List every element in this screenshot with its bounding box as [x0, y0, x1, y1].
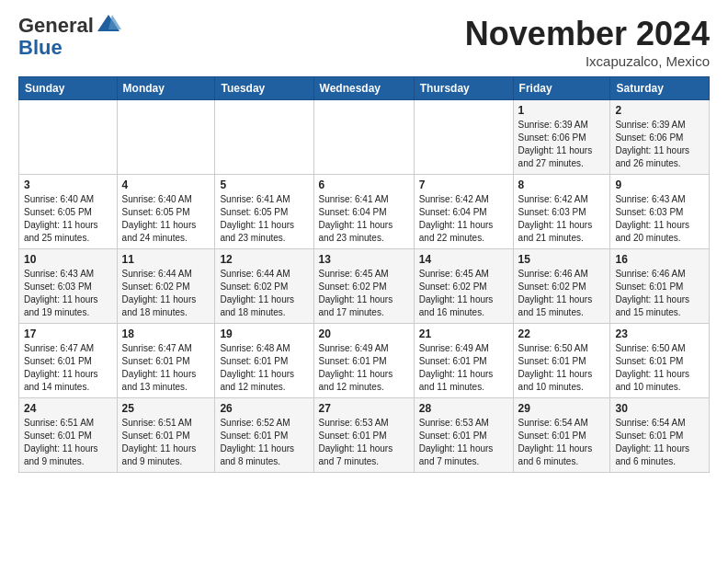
weekday-header-sunday: Sunday: [19, 77, 118, 100]
day-info: Sunrise: 6:44 AMSunset: 6:02 PMDaylight:…: [220, 268, 308, 319]
calendar-cell: 24Sunrise: 6:51 AMSunset: 6:01 PMDayligh…: [19, 398, 118, 473]
day-number: 28: [419, 402, 508, 415]
calendar-cell: 27Sunrise: 6:53 AMSunset: 6:01 PMDayligh…: [313, 398, 414, 473]
day-info: Sunrise: 6:53 AMSunset: 6:01 PMDaylight:…: [319, 417, 409, 468]
day-info: Sunrise: 6:46 AMSunset: 6:02 PMDaylight:…: [518, 268, 606, 319]
calendar-cell: 11Sunrise: 6:44 AMSunset: 6:02 PMDayligh…: [117, 249, 215, 324]
day-number: 30: [615, 402, 704, 415]
month-title: November 2024: [465, 15, 710, 53]
calendar-week-4: 17Sunrise: 6:47 AMSunset: 6:01 PMDayligh…: [19, 324, 710, 398]
day-number: 20: [319, 327, 409, 340]
calendar-cell: 13Sunrise: 6:45 AMSunset: 6:02 PMDayligh…: [313, 249, 414, 324]
day-number: 16: [615, 253, 704, 266]
calendar-cell: 6Sunrise: 6:41 AMSunset: 6:04 PMDaylight…: [313, 175, 414, 249]
header: General Blue November 2024 Ixcapuzalco, …: [18, 15, 710, 69]
day-info: Sunrise: 6:41 AMSunset: 6:04 PMDaylight:…: [319, 193, 409, 245]
day-number: 13: [319, 253, 409, 266]
day-info: Sunrise: 6:45 AMSunset: 6:02 PMDaylight:…: [419, 268, 508, 319]
calendar-cell: 29Sunrise: 6:54 AMSunset: 6:01 PMDayligh…: [513, 398, 610, 473]
day-info: Sunrise: 6:43 AMSunset: 6:03 PMDaylight:…: [615, 193, 704, 245]
day-number: 1: [518, 104, 606, 117]
weekday-header-tuesday: Tuesday: [215, 77, 313, 100]
day-number: 22: [518, 327, 606, 340]
calendar-cell: 2Sunrise: 6:39 AMSunset: 6:06 PMDaylight…: [610, 100, 710, 175]
day-info: Sunrise: 6:45 AMSunset: 6:02 PMDaylight:…: [319, 268, 409, 319]
day-info: Sunrise: 6:49 AMSunset: 6:01 PMDaylight:…: [419, 342, 508, 394]
day-info: Sunrise: 6:40 AMSunset: 6:05 PMDaylight:…: [24, 193, 112, 245]
calendar-cell: 4Sunrise: 6:40 AMSunset: 6:05 PMDaylight…: [117, 175, 215, 249]
calendar-cell: 19Sunrise: 6:48 AMSunset: 6:01 PMDayligh…: [215, 324, 313, 398]
calendar-cell: [215, 100, 313, 175]
day-number: 17: [24, 327, 112, 340]
day-info: Sunrise: 6:44 AMSunset: 6:02 PMDaylight:…: [122, 268, 210, 319]
day-info: Sunrise: 6:54 AMSunset: 6:01 PMDaylight:…: [615, 417, 704, 468]
calendar-cell: 25Sunrise: 6:51 AMSunset: 6:01 PMDayligh…: [117, 398, 215, 473]
weekday-header-friday: Friday: [513, 77, 610, 100]
day-number: 7: [419, 178, 508, 191]
svg-marker-1: [108, 15, 121, 29]
calendar-cell: 3Sunrise: 6:40 AMSunset: 6:05 PMDaylight…: [19, 175, 118, 249]
day-number: 26: [220, 402, 308, 415]
calendar-cell: 8Sunrise: 6:42 AMSunset: 6:03 PMDaylight…: [513, 175, 610, 249]
calendar-week-3: 10Sunrise: 6:43 AMSunset: 6:03 PMDayligh…: [19, 249, 710, 324]
calendar-cell: [19, 100, 118, 175]
calendar-cell: 1Sunrise: 6:39 AMSunset: 6:06 PMDaylight…: [513, 100, 610, 175]
calendar-cell: 14Sunrise: 6:45 AMSunset: 6:02 PMDayligh…: [414, 249, 513, 324]
day-number: 8: [518, 178, 606, 191]
day-info: Sunrise: 6:54 AMSunset: 6:01 PMDaylight:…: [518, 417, 606, 468]
day-number: 9: [615, 178, 704, 191]
day-info: Sunrise: 6:51 AMSunset: 6:01 PMDaylight:…: [122, 417, 210, 468]
weekday-header-saturday: Saturday: [610, 77, 710, 100]
day-number: 27: [319, 402, 409, 415]
day-info: Sunrise: 6:47 AMSunset: 6:01 PMDaylight:…: [24, 342, 112, 394]
location: Ixcapuzalco, Mexico: [465, 53, 710, 69]
calendar-week-2: 3Sunrise: 6:40 AMSunset: 6:05 PMDaylight…: [19, 175, 710, 249]
day-number: 6: [319, 178, 409, 191]
day-info: Sunrise: 6:42 AMSunset: 6:04 PMDaylight:…: [419, 193, 508, 245]
day-number: 2: [615, 104, 704, 117]
calendar-cell: 23Sunrise: 6:50 AMSunset: 6:01 PMDayligh…: [610, 324, 710, 398]
calendar-cell: 16Sunrise: 6:46 AMSunset: 6:01 PMDayligh…: [610, 249, 710, 324]
day-number: 12: [220, 253, 308, 266]
day-number: 14: [419, 253, 508, 266]
calendar-cell: 30Sunrise: 6:54 AMSunset: 6:01 PMDayligh…: [610, 398, 710, 473]
calendar-cell: [313, 100, 414, 175]
day-info: Sunrise: 6:48 AMSunset: 6:01 PMDaylight:…: [220, 342, 308, 394]
day-info: Sunrise: 6:51 AMSunset: 6:01 PMDaylight:…: [24, 417, 112, 468]
calendar-cell: 21Sunrise: 6:49 AMSunset: 6:01 PMDayligh…: [414, 324, 513, 398]
page: General Blue November 2024 Ixcapuzalco, …: [0, 0, 728, 482]
day-info: Sunrise: 6:43 AMSunset: 6:03 PMDaylight:…: [24, 268, 112, 319]
calendar-cell: 20Sunrise: 6:49 AMSunset: 6:01 PMDayligh…: [313, 324, 414, 398]
day-number: 3: [24, 178, 112, 191]
calendar-cell: 22Sunrise: 6:50 AMSunset: 6:01 PMDayligh…: [513, 324, 610, 398]
calendar-week-1: 1Sunrise: 6:39 AMSunset: 6:06 PMDaylight…: [19, 100, 710, 175]
day-number: 29: [518, 402, 606, 415]
calendar-cell: [117, 100, 215, 175]
day-number: 11: [122, 253, 210, 266]
calendar: SundayMondayTuesdayWednesdayThursdayFrid…: [18, 76, 710, 473]
day-number: 23: [615, 327, 704, 340]
weekday-header-row: SundayMondayTuesdayWednesdayThursdayFrid…: [19, 77, 710, 100]
day-info: Sunrise: 6:49 AMSunset: 6:01 PMDaylight:…: [319, 342, 409, 394]
calendar-cell: 17Sunrise: 6:47 AMSunset: 6:01 PMDayligh…: [19, 324, 118, 398]
day-info: Sunrise: 6:53 AMSunset: 6:01 PMDaylight:…: [419, 417, 508, 468]
day-number: 19: [220, 327, 308, 340]
calendar-cell: 15Sunrise: 6:46 AMSunset: 6:02 PMDayligh…: [513, 249, 610, 324]
title-block: November 2024 Ixcapuzalco, Mexico: [465, 15, 710, 69]
logo: General Blue: [18, 15, 121, 59]
day-number: 10: [24, 253, 112, 266]
calendar-cell: 10Sunrise: 6:43 AMSunset: 6:03 PMDayligh…: [19, 249, 118, 324]
calendar-cell: 18Sunrise: 6:47 AMSunset: 6:01 PMDayligh…: [117, 324, 215, 398]
calendar-cell: 5Sunrise: 6:41 AMSunset: 6:05 PMDaylight…: [215, 175, 313, 249]
logo-blue-text: Blue: [18, 36, 63, 59]
day-info: Sunrise: 6:39 AMSunset: 6:06 PMDaylight:…: [518, 119, 606, 170]
day-number: 5: [220, 178, 308, 191]
day-info: Sunrise: 6:42 AMSunset: 6:03 PMDaylight:…: [518, 193, 606, 245]
logo-general-text: General: [18, 15, 94, 37]
day-number: 25: [122, 402, 210, 415]
calendar-cell: 12Sunrise: 6:44 AMSunset: 6:02 PMDayligh…: [215, 249, 313, 324]
calendar-cell: 7Sunrise: 6:42 AMSunset: 6:04 PMDaylight…: [414, 175, 513, 249]
day-info: Sunrise: 6:52 AMSunset: 6:01 PMDaylight:…: [220, 417, 308, 468]
calendar-cell: 9Sunrise: 6:43 AMSunset: 6:03 PMDaylight…: [610, 175, 710, 249]
day-info: Sunrise: 6:40 AMSunset: 6:05 PMDaylight:…: [122, 193, 210, 245]
